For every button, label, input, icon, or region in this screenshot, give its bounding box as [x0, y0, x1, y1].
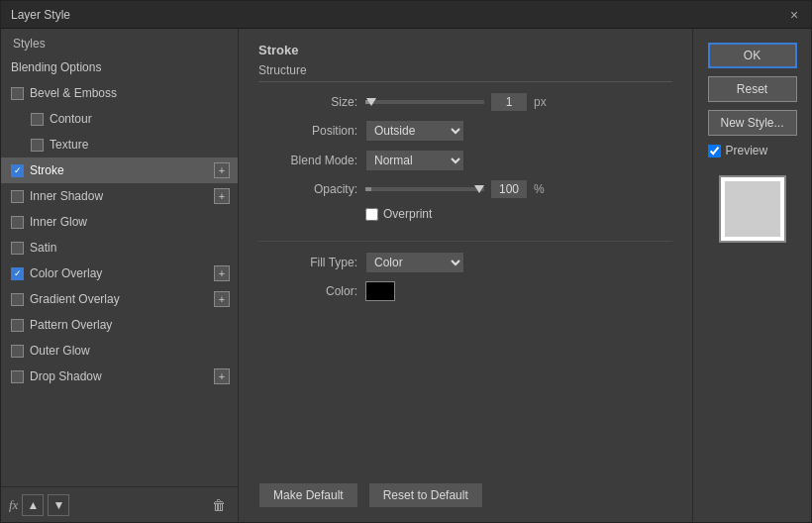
- delete-button[interactable]: 🗑: [208, 494, 230, 516]
- fx-icon: fx: [9, 497, 18, 513]
- stroke-checkbox[interactable]: [11, 164, 24, 177]
- fill-type-row: Fill Type: Color Gradient Pattern: [258, 241, 672, 273]
- move-up-button[interactable]: ▲: [22, 494, 44, 516]
- close-button[interactable]: ×: [787, 8, 801, 22]
- texture-checkbox[interactable]: [31, 139, 44, 152]
- reset-button[interactable]: Reset: [708, 76, 797, 102]
- color-overlay-checkbox[interactable]: [11, 267, 24, 280]
- stroke-add-button[interactable]: +: [214, 162, 230, 178]
- layer-style-dialog: Layer Style × Styles Blending Options Be…: [0, 0, 812, 523]
- preview-checkbox[interactable]: [708, 145, 721, 157]
- blend-mode-label: Blend Mode:: [258, 154, 357, 167]
- move-down-button[interactable]: ▼: [48, 494, 69, 516]
- position-select[interactable]: Outside Inside Center: [365, 120, 464, 142]
- sidebar-item-pattern-overlay[interactable]: Pattern Overlay: [1, 312, 238, 338]
- left-panel: Styles Blending Options Bevel & Emboss C…: [1, 29, 239, 522]
- blend-mode-select[interactable]: Normal Dissolve Multiply Screen Overlay: [365, 150, 464, 171]
- overprint-checkbox[interactable]: [365, 208, 378, 221]
- layer-list: Blending Options Bevel & Emboss Contour …: [1, 54, 238, 486]
- sidebar-item-label: Outer Glow: [30, 344, 230, 358]
- color-overlay-add-button[interactable]: +: [214, 265, 230, 281]
- sidebar-item-label: Blending Options: [11, 60, 230, 74]
- size-input[interactable]: [490, 92, 528, 112]
- left-panel-bottom-bar: fx ▲ ▼ 🗑: [1, 486, 238, 522]
- sidebar-item-blending-options[interactable]: Blending Options: [1, 54, 238, 80]
- opacity-row: Opacity: %: [258, 179, 672, 199]
- color-label: Color:: [258, 284, 357, 298]
- inner-shadow-add-button[interactable]: +: [214, 188, 230, 204]
- title-bar: Layer Style ×: [1, 1, 811, 29]
- outer-glow-checkbox[interactable]: [11, 345, 24, 358]
- fill-type-select[interactable]: Color Gradient Pattern: [365, 252, 464, 273]
- satin-checkbox[interactable]: [11, 242, 24, 255]
- size-unit: px: [534, 95, 554, 109]
- sidebar-item-contour[interactable]: Contour: [1, 106, 238, 132]
- position-row: Position: Outside Inside Center: [258, 120, 672, 142]
- sub-section-title: Structure: [258, 63, 672, 82]
- right-panel: OK Reset New Style... Preview: [692, 29, 811, 522]
- color-row: Color:: [258, 281, 672, 301]
- sidebar-item-drop-shadow[interactable]: Drop Shadow +: [1, 364, 238, 389]
- preview-swatch: [719, 175, 786, 243]
- opacity-input[interactable]: [490, 179, 528, 199]
- preview-swatch-inner: [725, 181, 780, 237]
- sidebar-item-satin[interactable]: Satin: [1, 235, 238, 261]
- contour-checkbox[interactable]: [31, 113, 44, 126]
- overprint-row: Overprint: [365, 207, 672, 221]
- overprint-label[interactable]: Overprint: [383, 207, 432, 221]
- sidebar-item-label: Texture: [50, 138, 230, 152]
- dialog-title: Layer Style: [11, 8, 70, 22]
- inner-shadow-checkbox[interactable]: [11, 190, 24, 203]
- opacity-slider-container: %: [365, 179, 672, 199]
- sidebar-item-inner-shadow[interactable]: Inner Shadow +: [1, 183, 238, 209]
- main-content: Stroke Structure Size: px Position: Outs…: [239, 29, 692, 522]
- reset-to-default-button[interactable]: Reset to Default: [368, 482, 483, 508]
- blend-mode-row: Blend Mode: Normal Dissolve Multiply Scr…: [258, 150, 672, 171]
- dialog-body: Styles Blending Options Bevel & Emboss C…: [1, 29, 811, 522]
- fill-type-label: Fill Type:: [258, 256, 357, 269]
- ok-button[interactable]: OK: [708, 43, 797, 68]
- gradient-overlay-checkbox[interactable]: [11, 293, 24, 306]
- sidebar-item-color-overlay[interactable]: Color Overlay +: [1, 261, 238, 286]
- opacity-unit: %: [534, 182, 554, 196]
- new-style-button[interactable]: New Style...: [708, 110, 797, 136]
- inner-glow-checkbox[interactable]: [11, 216, 24, 229]
- preview-label[interactable]: Preview: [726, 144, 768, 157]
- sidebar-item-inner-glow[interactable]: Inner Glow: [1, 209, 238, 235]
- sidebar-item-label: Inner Glow: [30, 215, 230, 229]
- make-default-button[interactable]: Make Default: [258, 482, 358, 508]
- sidebar-item-outer-glow[interactable]: Outer Glow: [1, 338, 238, 364]
- pattern-overlay-checkbox[interactable]: [11, 319, 24, 332]
- size-label: Size:: [258, 95, 357, 109]
- size-row: Size: px: [258, 92, 672, 112]
- sidebar-item-label: Gradient Overlay: [30, 292, 214, 306]
- bevel-emboss-checkbox[interactable]: [11, 87, 24, 100]
- size-slider-container: px: [365, 92, 672, 112]
- sidebar-item-label: Drop Shadow: [30, 369, 214, 383]
- position-label: Position:: [258, 124, 357, 138]
- preview-row: Preview: [708, 144, 797, 157]
- sidebar-item-label: Inner Shadow: [30, 189, 214, 203]
- sidebar-item-label: Pattern Overlay: [30, 318, 230, 332]
- size-slider[interactable]: [365, 100, 484, 104]
- sidebar-item-bevel-emboss[interactable]: Bevel & Emboss: [1, 80, 238, 106]
- opacity-label: Opacity:: [258, 182, 357, 196]
- gradient-overlay-add-button[interactable]: +: [214, 291, 230, 307]
- sidebar-item-texture[interactable]: Texture: [1, 132, 238, 157]
- drop-shadow-checkbox[interactable]: [11, 370, 24, 383]
- color-swatch[interactable]: [365, 281, 395, 301]
- section-title: Stroke: [258, 43, 672, 57]
- sidebar-item-label: Contour: [50, 112, 230, 126]
- opacity-slider[interactable]: [365, 187, 484, 191]
- sidebar-item-label: Color Overlay: [30, 266, 214, 280]
- sidebar-item-gradient-overlay[interactable]: Gradient Overlay +: [1, 286, 238, 312]
- sidebar-item-label: Bevel & Emboss: [30, 86, 230, 100]
- sidebar-item-stroke[interactable]: Stroke +: [1, 157, 238, 183]
- bottom-buttons: Make Default Reset to Default: [258, 463, 672, 508]
- drop-shadow-add-button[interactable]: +: [214, 368, 230, 384]
- sidebar-item-label: Satin: [30, 241, 230, 255]
- sidebar-item-label: Stroke: [30, 163, 214, 177]
- styles-label: Styles: [1, 29, 238, 54]
